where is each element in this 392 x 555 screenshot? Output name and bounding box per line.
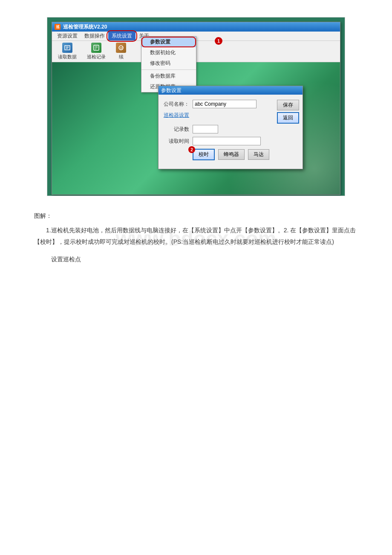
doc-caption: 图解： <box>34 211 358 221</box>
read-time-row: 读取时间 <box>164 137 297 145</box>
system-dropdown-menu: 参数设置 数据初始化 修改密码 备份数据库 还原数据库 <box>141 36 196 92</box>
badge-2: 2 <box>188 146 195 153</box>
badge-1: 1 <box>215 37 222 45</box>
dropdown-item-params[interactable]: 参数设置 <box>141 37 196 47</box>
patrol-record-icon <box>91 43 101 53</box>
read-time-input[interactable] <box>193 137 261 145</box>
toolbar-other-label: 续 <box>119 54 124 60</box>
toolbar-patrol-label: 巡检记录 <box>87 54 106 60</box>
menu-item-resource[interactable]: 资源设置 <box>54 32 81 40</box>
toolbar-btn-read[interactable]: 读取数据 <box>55 42 79 61</box>
dialog-content: 保存 返回 公司名称： 巡检器设置 记录数 <box>159 95 303 169</box>
page-wrapper: 巡 巡检管理系统V2.20 资源设置 数据操作 系统设置 关于 <box>26 17 366 271</box>
dialog-titlebar: 参数设置 <box>159 86 303 95</box>
app-title: 巡检管理系统V2.20 <box>63 23 107 31</box>
menu-item-data[interactable]: 数据操作 <box>81 32 108 40</box>
dropdown-item-backup[interactable]: 备份数据库 <box>141 71 196 81</box>
back-button[interactable]: 返回 <box>277 112 299 124</box>
param-dialog: 参数设置 保存 返回 公司名称： 巡检器设置 <box>158 86 303 169</box>
screenshot-container: 巡 巡检管理系统V2.20 资源设置 数据操作 系统设置 关于 <box>47 17 345 196</box>
inspector-section-title[interactable]: 巡检器设置 <box>164 112 189 119</box>
dropdown-item-init[interactable]: 数据初始化 <box>141 47 196 58</box>
dropdown-separator <box>141 69 196 70</box>
record-count-label: 记录数 <box>164 126 189 133</box>
motor-button[interactable]: 马达 <box>248 149 269 160</box>
doc-section-title: 设置巡检点 <box>51 254 358 265</box>
company-label: 公司名称： <box>164 101 189 108</box>
doc-paragraph: 1.巡检机先装好电池，然后用数据线与电脑连接好，在【系统设置】中点开【参数设置】… <box>34 225 358 247</box>
buzzer-button[interactable]: 蜂鸣器 <box>218 149 245 160</box>
read-time-label: 读取时间 <box>164 138 189 145</box>
calibrate-row: 校时 2 蜂鸣器 马达 <box>164 149 297 160</box>
menu-item-system[interactable]: 系统设置 <box>108 32 135 40</box>
company-input[interactable] <box>193 100 257 108</box>
record-count-input[interactable] <box>193 125 218 133</box>
toolbar-btn-other[interactable]: 续 续 <box>113 42 129 61</box>
toolbar-read-label: 读取数据 <box>58 54 77 60</box>
doc-content: www.bdocx.com 图解： 1.巡检机先装好电池，然后用数据线与电脑连接… <box>26 206 366 271</box>
save-button[interactable]: 保存 <box>277 100 299 110</box>
dialog-title: 参数设置 <box>161 87 182 94</box>
read-data-icon <box>62 43 72 53</box>
dialog-btn-panel: 保存 返回 <box>277 100 299 124</box>
toolbar-btn-patrol[interactable]: 巡检记录 <box>84 42 108 61</box>
record-count-row: 记录数 <box>164 125 297 133</box>
calibrate-button[interactable]: 校时 <box>193 149 215 160</box>
app-icon: 巡 <box>55 24 61 30</box>
other-icon: 续 <box>116 43 126 53</box>
dropdown-item-changepwd[interactable]: 修改密码 <box>141 58 196 69</box>
svg-text:续: 续 <box>120 46 123 50</box>
app-titlebar: 巡 巡检管理系统V2.20 <box>52 22 340 32</box>
